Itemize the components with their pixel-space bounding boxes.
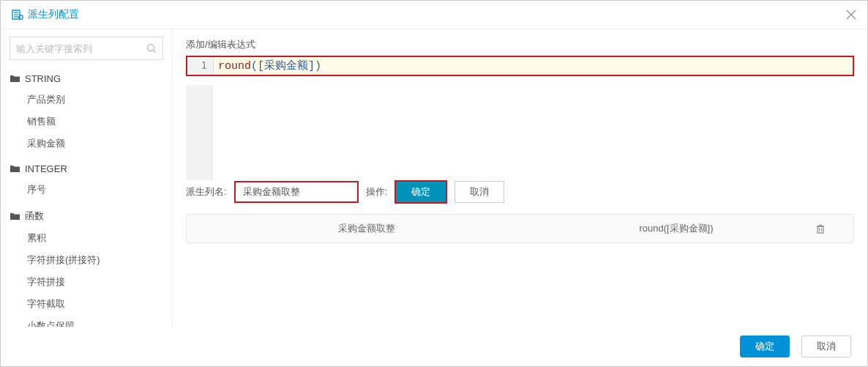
tree-item[interactable]: 销售额 xyxy=(10,111,163,133)
tree-item[interactable]: 序号 xyxy=(10,179,163,201)
expression-text[interactable]: round([采购金额]) xyxy=(214,57,853,75)
tree-item[interactable]: 小数点保留 xyxy=(10,315,163,327)
inner-cancel-button[interactable]: 取消 xyxy=(454,181,504,203)
tree-group-label: INTEGER xyxy=(25,163,67,174)
tree-group-label: 函数 xyxy=(25,210,44,223)
row-name: 采购金额取整 xyxy=(195,222,537,235)
search-field-wrap xyxy=(10,37,163,60)
dialog-body: STRING 产品类别 销售额 采购金额 INTEGER 序号 xyxy=(1,29,867,327)
tree-item[interactable]: 字符拼接(拼接符) xyxy=(10,249,163,271)
tree-item[interactable]: 采购金额 xyxy=(10,133,163,155)
cancel-button[interactable]: 取消 xyxy=(801,336,851,357)
sidebar: STRING 产品类别 销售额 采购金额 INTEGER 序号 xyxy=(1,29,173,327)
line-number: 1 xyxy=(187,57,214,75)
token-function: round xyxy=(218,60,251,73)
row-expression: round([采购金额]) xyxy=(537,222,815,235)
svg-rect-9 xyxy=(818,226,823,233)
main-panel: 添加/编辑表达式 1 round([采购金额]) 派生列名: 操作: 确定 取消 xyxy=(173,29,867,327)
editor-section-label: 添加/编辑表达式 xyxy=(186,38,854,51)
token-argument: [采购金额] xyxy=(258,60,315,73)
folder-icon xyxy=(10,211,20,222)
trash-icon xyxy=(815,223,845,234)
svg-line-8 xyxy=(154,51,157,53)
code-line-1: 1 round([采购金额]) xyxy=(187,57,853,75)
expression-editor[interactable]: 1 round([采购金额]) xyxy=(186,56,854,76)
table-row: 采购金额取整 round([采购金额]) xyxy=(187,215,853,242)
folder-icon xyxy=(10,163,20,174)
tree-group-header-string[interactable]: STRING xyxy=(10,69,163,89)
editor-blank-area[interactable] xyxy=(212,85,854,180)
ops-label: 操作: xyxy=(366,185,388,199)
dialog-title: 派生列配置 xyxy=(28,8,79,21)
delete-row-button[interactable] xyxy=(815,223,845,234)
folder-icon xyxy=(10,73,20,84)
tree-group-integer: INTEGER 序号 xyxy=(10,159,163,201)
search-icon[interactable] xyxy=(146,43,157,53)
dialog-header: 派生列配置 xyxy=(1,1,867,29)
expression-editor-blank[interactable] xyxy=(186,85,854,180)
derived-name-input[interactable] xyxy=(234,181,359,203)
search-input[interactable] xyxy=(16,43,146,54)
tree-item[interactable]: 字符截取 xyxy=(10,293,163,315)
svg-point-7 xyxy=(148,45,154,51)
form-row: 派生列名: 操作: 确定 取消 xyxy=(186,180,854,204)
confirm-highlight: 确定 xyxy=(394,180,447,204)
tree-group-header-func[interactable]: 函数 xyxy=(10,205,163,227)
token-open-paren: ( xyxy=(251,60,258,73)
tree-item[interactable]: 累积 xyxy=(10,227,163,249)
tree-group-string: STRING 产品类别 销售额 采购金额 xyxy=(10,69,163,155)
gutter-blank xyxy=(186,85,212,180)
name-label: 派生列名: xyxy=(186,185,227,199)
inner-confirm-button[interactable]: 确定 xyxy=(396,182,446,202)
derived-column-dialog: 派生列配置 STRING 产品类别 销售额 xyxy=(0,0,868,367)
tree-group-label: STRING xyxy=(25,73,61,84)
tree-item[interactable]: 字符拼接 xyxy=(10,271,163,293)
tree-group-func: 函数 累积 字符拼接(拼接符) 字符拼接 字符截取 小数点保留 xyxy=(10,205,163,327)
dialog-footer: 确定 取消 xyxy=(1,327,867,366)
tree-item[interactable]: 产品类别 xyxy=(10,89,163,111)
ok-button[interactable]: 确定 xyxy=(740,336,790,357)
config-icon xyxy=(12,9,23,21)
derived-table: 采购金额取整 round([采购金额]) xyxy=(186,214,854,243)
dialog-title-wrap: 派生列配置 xyxy=(12,8,79,21)
close-icon[interactable] xyxy=(846,10,856,20)
token-close-paren: ) xyxy=(315,60,321,73)
tree-group-header-integer[interactable]: INTEGER xyxy=(10,159,163,179)
